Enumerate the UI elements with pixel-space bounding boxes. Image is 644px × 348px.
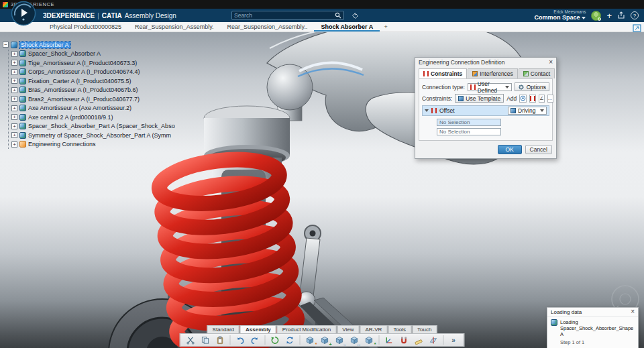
notification-titlebar: Loading data ×	[547, 308, 638, 316]
tab-constraints[interactable]: Constraints	[419, 68, 467, 78]
ok-button[interactable]: OK	[498, 145, 522, 154]
cut-button[interactable]	[184, 335, 197, 345]
tree-expander[interactable]	[11, 69, 17, 75]
close-icon[interactable]: ×	[549, 59, 553, 66]
tree-item-label[interactable]: Spacer_Shock_Absorber_Part A (Spacer_Sho…	[28, 123, 175, 129]
refresh-button[interactable]	[284, 335, 297, 345]
tree-expander[interactable]	[11, 114, 17, 120]
tree-item-label[interactable]: Fixation_Carter A (I_Product040675.5)	[28, 78, 131, 84]
tree-item-label[interactable]: Spacer_Shock_Absorber A	[28, 50, 101, 57]
constraint-list: Offset Driving	[422, 105, 549, 116]
use-template-button[interactable]: Use Template	[455, 94, 504, 103]
part-icon	[19, 114, 26, 121]
compass-logo[interactable]	[11, 1, 36, 26]
tab-rear-suspension-1[interactable]: Rear_Suspension_Assembly.	[128, 22, 220, 32]
tree-root-label[interactable]: Shock Absorber A	[19, 42, 70, 48]
tree-item: Axe Amortisseur A (Axe Amortisseur.2)	[11, 104, 175, 113]
copy-button[interactable]	[199, 335, 212, 345]
tree-item-label[interactable]: Symmetry of Spacer_Shock_Absorber_Part A…	[28, 132, 171, 139]
new-product-button[interactable]	[304, 335, 317, 345]
options-button[interactable]: Options	[515, 82, 549, 91]
search-icon[interactable]	[335, 12, 341, 19]
tree-expander[interactable]	[11, 96, 17, 102]
axis-system-button[interactable]	[383, 335, 396, 345]
toolbar-separator	[230, 335, 231, 345]
tab-label: Interferences	[480, 70, 513, 77]
window-titlebar: 3DEXPERIENCE	[0, 0, 644, 9]
paste-button[interactable]	[214, 335, 227, 345]
part-icon	[19, 50, 26, 57]
section-plane-icon	[429, 336, 438, 345]
tree-expander[interactable]	[11, 105, 17, 111]
tree-item: Fixation_Carter A (I_Product040675.5)	[11, 76, 175, 86]
tab-physical-product[interactable]: Physical Product00000825	[43, 22, 128, 32]
offset-constraint-icon[interactable]	[529, 95, 536, 103]
constraint-row-offset[interactable]: Offset Driving	[423, 106, 549, 115]
add-content-button[interactable]: +	[606, 11, 612, 20]
tab-interferences[interactable]: Interferences	[468, 68, 518, 78]
tree-item-label[interactable]: Bras2_Amortisseur A (I_Produc040677.7)	[28, 96, 140, 103]
tree-item-label[interactable]: Tige_Amortisseur A (I_Product040673.3)	[28, 60, 137, 66]
insert-component-button[interactable]	[319, 335, 331, 345]
undo-icon	[236, 336, 245, 345]
new-tab-button[interactable]: +	[380, 22, 392, 32]
module-name: Assembly Design	[125, 12, 176, 19]
component-cube-icon	[321, 336, 329, 345]
more-constraints-icon[interactable]: …	[547, 95, 553, 103]
tree-expander[interactable]	[11, 78, 17, 84]
selection-field-1[interactable]	[437, 119, 501, 126]
close-icon[interactable]: ×	[631, 308, 635, 315]
existing-product-button[interactable]	[333, 335, 346, 345]
share-icon[interactable]	[617, 11, 625, 19]
new-part-button[interactable]	[363, 335, 376, 345]
arrow-badge	[342, 342, 347, 347]
toolbar-separator	[265, 335, 266, 345]
undo-button[interactable]	[234, 335, 247, 345]
tab-rear-suspension-2[interactable]: Rear_Suspension_Assembly..	[220, 22, 314, 32]
driving-icon	[511, 108, 516, 113]
search-box[interactable]	[231, 11, 344, 20]
snap-button[interactable]	[398, 335, 411, 345]
tree-expander[interactable]	[3, 42, 9, 48]
part-icon	[19, 132, 26, 139]
tab-shock-absorber[interactable]: Shock Absorber A	[314, 22, 380, 32]
tree-expander[interactable]	[11, 123, 17, 129]
search-input[interactable]	[234, 12, 335, 19]
tree-item-label[interactable]: Bras_Amortisseur A (I_Product04067b.6)	[28, 86, 138, 93]
tree-expander[interactable]	[11, 87, 17, 93]
tab-contact[interactable]: Contact	[519, 68, 555, 78]
tree-item-label[interactable]: Engineering Connections	[28, 141, 96, 148]
tree-expander[interactable]	[11, 141, 17, 148]
redo-button[interactable]	[249, 335, 262, 345]
expand-viewport-icon[interactable]	[633, 24, 641, 32]
topbar-actions: Erick Meesmans Common Space + ?	[534, 9, 639, 22]
tree-expander[interactable]	[11, 132, 17, 138]
constraint-mode-select[interactable]: Driving	[508, 107, 547, 115]
coincidence-constraint-icon[interactable]	[519, 95, 527, 103]
tree-expander[interactable]	[11, 60, 17, 66]
connection-type-select[interactable]: User Defined	[468, 83, 512, 91]
interferences-icon	[472, 71, 478, 76]
part-icon	[19, 96, 26, 103]
part-icon	[19, 123, 26, 129]
avatar[interactable]	[591, 11, 601, 21]
tree-item-label[interactable]: Axe central 2 A (prd000018/9.1)	[28, 114, 113, 121]
tab-label: Contact	[531, 70, 550, 77]
tag-search-icon[interactable]	[350, 11, 360, 20]
user-space-selector[interactable]: Erick Meesmans Common Space	[534, 9, 586, 21]
angle-constraint-icon[interactable]: ∠	[539, 95, 544, 103]
selection-field-2[interactable]	[437, 128, 501, 135]
tree-item-label[interactable]: Corps_Amortisseur A (I_Produc040674.4)	[28, 68, 140, 75]
refresh-icon	[286, 336, 294, 345]
measure-button[interactable]	[413, 335, 425, 345]
replace-component-button[interactable]	[348, 335, 361, 345]
more-tools-button[interactable]: »	[447, 335, 460, 345]
cancel-button[interactable]: Cancel	[525, 145, 552, 154]
section-button[interactable]	[427, 335, 440, 345]
tree-expander[interactable]	[11, 51, 17, 57]
tree-item-label[interactable]: Axe Amortisseur A (Axe Amortisseur.2)	[28, 105, 131, 111]
more-chevron-icon: »	[451, 337, 455, 344]
coil-spring[interactable]	[157, 154, 300, 348]
help-button[interactable]: ?	[631, 11, 639, 19]
update-button[interactable]	[269, 335, 282, 345]
